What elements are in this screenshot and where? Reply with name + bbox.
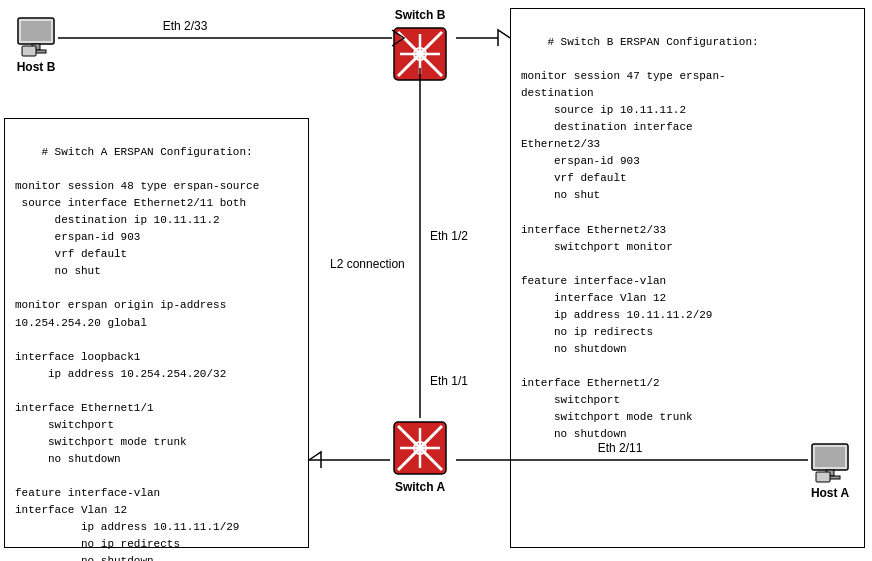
switch-a-icon: Switch A xyxy=(390,418,450,494)
config-switch-a-text: # Switch A ERSPAN Configuration: monitor… xyxy=(15,146,259,561)
switch-a-label: Switch A xyxy=(395,480,445,494)
svg-text:Eth 1/2: Eth 1/2 xyxy=(430,229,468,243)
svg-text:Eth 1/1: Eth 1/1 xyxy=(430,374,468,388)
svg-text:L2 connection: L2 connection xyxy=(330,257,405,271)
svg-rect-25 xyxy=(816,472,830,482)
diagram-container: # Switch B ERSPAN Configuration: monitor… xyxy=(0,0,872,561)
host-b-label: Host B xyxy=(17,60,56,74)
switch-b-icon: Switch B xyxy=(390,8,450,84)
svg-rect-1 xyxy=(21,21,51,41)
svg-text:Eth 2/33: Eth 2/33 xyxy=(163,19,208,33)
config-switch-b-text: # Switch B ERSPAN Configuration: monitor… xyxy=(521,36,759,440)
svg-rect-4 xyxy=(22,46,36,56)
host-a-icon: Host A xyxy=(808,440,852,500)
host-a-label: Host A xyxy=(811,486,849,500)
switch-b-label: Switch B xyxy=(395,8,446,22)
svg-rect-22 xyxy=(815,447,845,467)
config-box-switch-a: # Switch A ERSPAN Configuration: monitor… xyxy=(4,118,309,548)
host-b-icon: Host B xyxy=(14,14,58,74)
